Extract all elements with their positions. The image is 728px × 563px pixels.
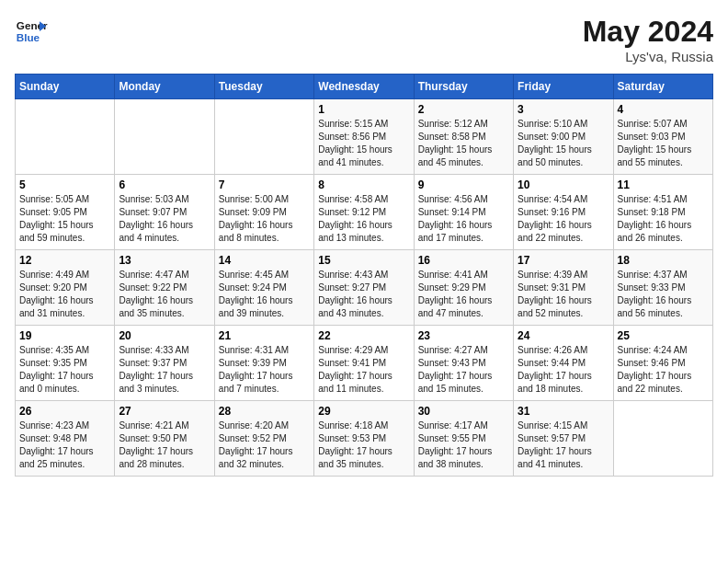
day-info: Sunrise: 4:49 AM Sunset: 9:20 PM Dayligh… bbox=[19, 269, 110, 320]
day-info: Sunrise: 5:05 AM Sunset: 9:05 PM Dayligh… bbox=[19, 193, 110, 245]
calendar-cell: 23Sunrise: 4:27 AM Sunset: 9:43 PM Dayli… bbox=[414, 326, 513, 401]
day-number: 29 bbox=[318, 405, 409, 418]
weekday-header-friday: Friday bbox=[514, 75, 613, 99]
day-info: Sunrise: 4:29 AM Sunset: 9:41 PM Dayligh… bbox=[318, 344, 409, 396]
week-row-2: 5Sunrise: 5:05 AM Sunset: 9:05 PM Daylig… bbox=[16, 175, 713, 250]
weekday-header-row: SundayMondayTuesdayWednesdayThursdayFrid… bbox=[16, 75, 713, 99]
calendar-cell bbox=[16, 99, 115, 175]
calendar-cell: 24Sunrise: 4:26 AM Sunset: 9:44 PM Dayli… bbox=[514, 326, 613, 401]
day-info: Sunrise: 4:58 AM Sunset: 9:12 PM Dayligh… bbox=[318, 193, 409, 245]
calendar-table: SundayMondayTuesdayWednesdayThursdayFrid… bbox=[15, 74, 713, 477]
calendar-cell: 20Sunrise: 4:33 AM Sunset: 9:37 PM Dayli… bbox=[115, 326, 214, 401]
day-number: 4 bbox=[618, 103, 709, 116]
calendar-cell: 15Sunrise: 4:43 AM Sunset: 9:27 PM Dayli… bbox=[314, 250, 414, 326]
day-number: 9 bbox=[418, 178, 509, 191]
calendar-cell: 5Sunrise: 5:05 AM Sunset: 9:05 PM Daylig… bbox=[16, 175, 115, 250]
day-number: 13 bbox=[119, 254, 210, 267]
day-info: Sunrise: 5:10 AM Sunset: 9:00 PM Dayligh… bbox=[518, 118, 609, 169]
logo: General Blue bbox=[15, 15, 48, 48]
weekday-header-saturday: Saturday bbox=[613, 75, 712, 99]
day-number: 27 bbox=[119, 405, 210, 418]
calendar-cell: 7Sunrise: 5:00 AM Sunset: 9:09 PM Daylig… bbox=[214, 175, 313, 250]
day-info: Sunrise: 4:15 AM Sunset: 9:57 PM Dayligh… bbox=[518, 419, 609, 471]
calendar-cell bbox=[214, 99, 313, 175]
day-number: 19 bbox=[19, 329, 110, 342]
day-info: Sunrise: 4:20 AM Sunset: 9:52 PM Dayligh… bbox=[219, 419, 310, 471]
day-number: 3 bbox=[518, 103, 609, 116]
day-info: Sunrise: 4:51 AM Sunset: 9:18 PM Dayligh… bbox=[618, 193, 709, 245]
day-info: Sunrise: 4:35 AM Sunset: 9:35 PM Dayligh… bbox=[19, 344, 110, 396]
week-row-5: 26Sunrise: 4:23 AM Sunset: 9:48 PM Dayli… bbox=[16, 401, 713, 477]
day-info: Sunrise: 4:54 AM Sunset: 9:16 PM Dayligh… bbox=[518, 193, 609, 245]
day-number: 18 bbox=[618, 254, 709, 267]
day-info: Sunrise: 4:33 AM Sunset: 9:37 PM Dayligh… bbox=[119, 344, 210, 396]
calendar-cell bbox=[613, 401, 712, 477]
day-info: Sunrise: 4:18 AM Sunset: 9:53 PM Dayligh… bbox=[318, 419, 409, 471]
day-info: Sunrise: 4:56 AM Sunset: 9:14 PM Dayligh… bbox=[418, 193, 509, 245]
calendar-cell bbox=[115, 99, 214, 175]
day-info: Sunrise: 5:15 AM Sunset: 8:56 PM Dayligh… bbox=[318, 118, 409, 169]
day-number: 5 bbox=[19, 178, 110, 191]
calendar-cell: 2Sunrise: 5:12 AM Sunset: 8:58 PM Daylig… bbox=[414, 99, 513, 175]
day-info: Sunrise: 4:37 AM Sunset: 9:33 PM Dayligh… bbox=[618, 269, 709, 320]
day-number: 26 bbox=[19, 405, 110, 418]
day-number: 20 bbox=[119, 329, 210, 342]
week-row-4: 19Sunrise: 4:35 AM Sunset: 9:35 PM Dayli… bbox=[16, 326, 713, 401]
weekday-header-wednesday: Wednesday bbox=[314, 75, 414, 99]
day-number: 22 bbox=[318, 329, 409, 342]
day-number: 23 bbox=[418, 329, 509, 342]
day-info: Sunrise: 4:26 AM Sunset: 9:44 PM Dayligh… bbox=[518, 344, 609, 396]
day-info: Sunrise: 4:43 AM Sunset: 9:27 PM Dayligh… bbox=[318, 269, 409, 320]
day-number: 12 bbox=[19, 254, 110, 267]
day-info: Sunrise: 4:47 AM Sunset: 9:22 PM Dayligh… bbox=[119, 269, 210, 320]
calendar-cell: 16Sunrise: 4:41 AM Sunset: 9:29 PM Dayli… bbox=[414, 250, 513, 326]
day-number: 30 bbox=[418, 405, 509, 418]
calendar-cell: 22Sunrise: 4:29 AM Sunset: 9:41 PM Dayli… bbox=[314, 326, 414, 401]
calendar-header: General Blue May 2024 Lys'va, Russia bbox=[15, 15, 713, 64]
day-number: 2 bbox=[418, 103, 509, 116]
weekday-header-thursday: Thursday bbox=[414, 75, 513, 99]
day-number: 24 bbox=[518, 329, 609, 342]
title-block: May 2024 Lys'va, Russia bbox=[583, 15, 713, 64]
calendar-subtitle: Lys'va, Russia bbox=[583, 49, 713, 64]
day-info: Sunrise: 4:17 AM Sunset: 9:55 PM Dayligh… bbox=[418, 419, 509, 471]
calendar-cell: 31Sunrise: 4:15 AM Sunset: 9:57 PM Dayli… bbox=[514, 401, 613, 477]
calendar-cell: 1Sunrise: 5:15 AM Sunset: 8:56 PM Daylig… bbox=[314, 99, 414, 175]
day-info: Sunrise: 5:12 AM Sunset: 8:58 PM Dayligh… bbox=[418, 118, 509, 169]
day-info: Sunrise: 5:03 AM Sunset: 9:07 PM Dayligh… bbox=[119, 193, 210, 245]
day-number: 17 bbox=[518, 254, 609, 267]
calendar-cell: 27Sunrise: 4:21 AM Sunset: 9:50 PM Dayli… bbox=[115, 401, 214, 477]
day-info: Sunrise: 4:21 AM Sunset: 9:50 PM Dayligh… bbox=[119, 419, 210, 471]
calendar-cell: 17Sunrise: 4:39 AM Sunset: 9:31 PM Dayli… bbox=[514, 250, 613, 326]
calendar-cell: 6Sunrise: 5:03 AM Sunset: 9:07 PM Daylig… bbox=[115, 175, 214, 250]
calendar-title: May 2024 bbox=[583, 15, 713, 49]
calendar-cell: 10Sunrise: 4:54 AM Sunset: 9:16 PM Dayli… bbox=[514, 175, 613, 250]
day-number: 15 bbox=[318, 254, 409, 267]
weekday-header-sunday: Sunday bbox=[16, 75, 115, 99]
day-number: 6 bbox=[119, 178, 210, 191]
weekday-header-monday: Monday bbox=[115, 75, 214, 99]
calendar-cell: 13Sunrise: 4:47 AM Sunset: 9:22 PM Dayli… bbox=[115, 250, 214, 326]
calendar-cell: 3Sunrise: 5:10 AM Sunset: 9:00 PM Daylig… bbox=[514, 99, 613, 175]
day-number: 31 bbox=[518, 405, 609, 418]
calendar-cell: 25Sunrise: 4:24 AM Sunset: 9:46 PM Dayli… bbox=[613, 326, 712, 401]
calendar-cell: 19Sunrise: 4:35 AM Sunset: 9:35 PM Dayli… bbox=[16, 326, 115, 401]
day-info: Sunrise: 4:23 AM Sunset: 9:48 PM Dayligh… bbox=[19, 419, 110, 471]
calendar-cell: 4Sunrise: 5:07 AM Sunset: 9:03 PM Daylig… bbox=[613, 99, 712, 175]
day-number: 1 bbox=[318, 103, 409, 116]
day-number: 11 bbox=[618, 178, 709, 191]
day-info: Sunrise: 5:00 AM Sunset: 9:09 PM Dayligh… bbox=[219, 193, 310, 245]
day-info: Sunrise: 4:39 AM Sunset: 9:31 PM Dayligh… bbox=[518, 269, 609, 320]
svg-text:Blue: Blue bbox=[17, 31, 40, 43]
day-number: 16 bbox=[418, 254, 509, 267]
day-info: Sunrise: 4:24 AM Sunset: 9:46 PM Dayligh… bbox=[618, 344, 709, 396]
calendar-cell: 11Sunrise: 4:51 AM Sunset: 9:18 PM Dayli… bbox=[613, 175, 712, 250]
day-number: 14 bbox=[219, 254, 310, 267]
logo-icon: General Blue bbox=[15, 15, 48, 48]
calendar-cell: 30Sunrise: 4:17 AM Sunset: 9:55 PM Dayli… bbox=[414, 401, 513, 477]
calendar-cell: 8Sunrise: 4:58 AM Sunset: 9:12 PM Daylig… bbox=[314, 175, 414, 250]
day-number: 25 bbox=[618, 329, 709, 342]
day-number: 8 bbox=[318, 178, 409, 191]
calendar-cell: 9Sunrise: 4:56 AM Sunset: 9:14 PM Daylig… bbox=[414, 175, 513, 250]
calendar-cell: 26Sunrise: 4:23 AM Sunset: 9:48 PM Dayli… bbox=[16, 401, 115, 477]
